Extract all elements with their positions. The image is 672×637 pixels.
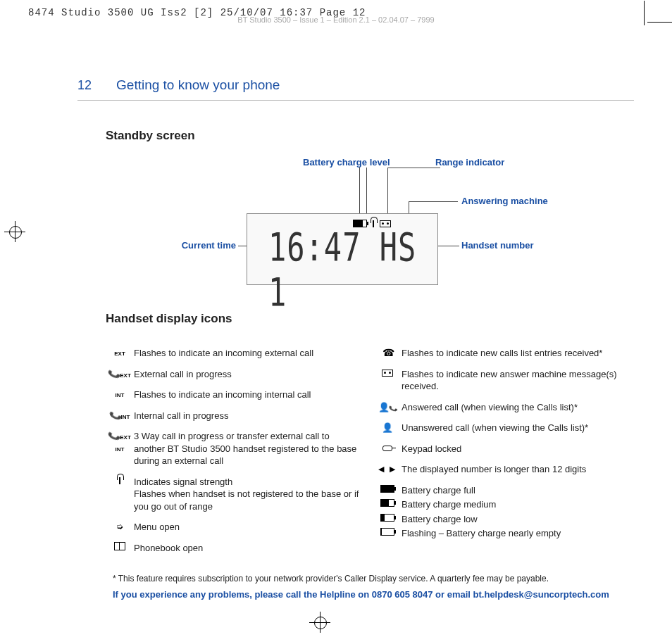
battery-low-icon: [380, 514, 394, 522]
icon-row: 📞EXTExternal call in progress: [106, 368, 359, 381]
icon-row: Flashes to indicate new answer machine m…: [373, 368, 627, 393]
icon-row: ◀ ▶The displayed number is longer than 1…: [373, 463, 627, 476]
receiver-ext-icon: 📞: [107, 366, 122, 381]
helpline-text: If you experience any problems, please c…: [113, 589, 634, 600]
callout-answering: Answering machine: [461, 196, 548, 206]
icon-row: 📞EXTINT3 Way call in progress or transfe…: [106, 430, 359, 467]
icon-row: Phonebook open: [106, 542, 359, 555]
receiver-int-icon: 📞: [108, 408, 123, 423]
answer-machine-icon: [382, 370, 393, 377]
callout-battery: Battery charge level: [303, 157, 390, 168]
standby-heading: Standby screen: [106, 129, 634, 143]
footnote: * This feature requires subscription to …: [113, 574, 634, 584]
callout-handset: Handset number: [461, 240, 534, 251]
lcd-digits: 16:47 HS 1: [268, 225, 437, 314]
icon-row: Flashes to indicate new calls list entri…: [373, 347, 627, 360]
battery-med-icon: [380, 499, 394, 507]
registration-mark-bottom: [313, 616, 328, 630]
telephone-icon: [382, 348, 392, 355]
key-lock-icon: [382, 446, 392, 451]
icon-row: Battery charge full: [373, 484, 627, 497]
antenna-strength-icon: [119, 477, 120, 484]
icons-right-col: Flashes to indicate new calls list entri…: [373, 347, 627, 563]
lcd-screen: 16:47 HS 1: [247, 213, 438, 285]
ext-label-icon: EXT: [114, 351, 125, 357]
int-label-icon: INT: [116, 392, 125, 398]
crop-mark-tr: [623, 1, 665, 43]
icon-row: Keypad locked: [373, 443, 627, 455]
battery-full-icon: [380, 485, 394, 493]
page-number: 12: [77, 78, 92, 93]
icon-row: 📞INTInternal call in progress: [106, 410, 359, 422]
unanswered-call-icon: 👤: [382, 422, 393, 433]
answered-call-icon: 👤📞: [378, 402, 397, 412]
callout-range: Range indicator: [435, 157, 504, 168]
section-title: Getting to know your phone: [116, 77, 280, 93]
phonebook-icon: [114, 542, 125, 550]
receiver-ext-int-icon: 📞: [107, 429, 122, 444]
page-content: 12 Getting to know your phone Standby sc…: [77, 77, 634, 600]
icon-row: 👤📞Answered call (when viewing the Calls …: [373, 401, 627, 414]
standby-diagram: Battery charge level Range indicator Ans…: [77, 157, 634, 312]
icon-row: Battery charge medium: [373, 498, 627, 511]
battery-empty-icon: [380, 528, 394, 536]
icons-left-col: EXTFlashes to indicate an incoming exter…: [106, 347, 359, 563]
icon-row: EXTFlashes to indicate an incoming exter…: [106, 347, 359, 360]
icon-row: ➭Menu open: [106, 521, 359, 534]
long-number-arrows-icon: ◀ ▶: [378, 465, 396, 473]
print-running-head: BT Studio 3500 – Issue 1 – Edition 2.1 –…: [0, 15, 672, 24]
registration-mark-left: [8, 225, 23, 239]
page-header: 12 Getting to know your phone: [77, 77, 634, 101]
menu-arrow-icon: ➭: [116, 522, 123, 531]
icon-row: INTFlashes to indicate an incoming inter…: [106, 389, 359, 401]
icon-row: Flashing – Battery charge nearly empty: [373, 527, 627, 540]
icon-row: Battery charge low: [373, 513, 627, 526]
icon-row: Indicates signal strength Flashes when h…: [106, 476, 359, 513]
callout-time: Current time: [166, 240, 236, 251]
icons-section: EXTFlashes to indicate an incoming exter…: [106, 347, 634, 563]
icon-row: 👤Unanswered call (when viewing the Calls…: [373, 422, 627, 434]
